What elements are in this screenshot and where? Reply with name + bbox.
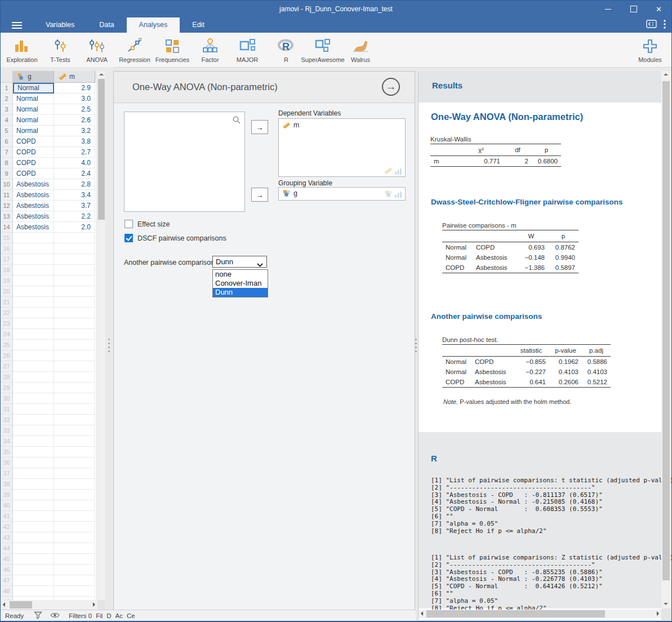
cell-m[interactable]: 4.0: [54, 158, 95, 168]
table-row[interactable]: 45: [1, 554, 96, 565]
table-row[interactable]: 48: [1, 586, 96, 597]
table-row[interactable]: 16: [1, 243, 96, 254]
splitter-handle[interactable]: [108, 339, 110, 352]
cell-g[interactable]: [13, 490, 54, 500]
cell-g[interactable]: [13, 233, 54, 243]
cell-m[interactable]: [54, 575, 95, 586]
assign-dependent-button[interactable]: →: [251, 120, 268, 134]
cell-g[interactable]: [13, 436, 54, 447]
table-row[interactable]: 6COPD3.8: [1, 136, 96, 147]
dependent-variables-box[interactable]: m: [278, 118, 406, 177]
table-row[interactable]: 4Normal2.6: [1, 115, 96, 126]
row-number[interactable]: 17: [1, 254, 13, 265]
cell-g[interactable]: [13, 308, 54, 318]
table-row[interactable]: 35: [1, 447, 96, 457]
table-row[interactable]: 42: [1, 522, 96, 532]
row-number[interactable]: 1: [1, 83, 13, 94]
results-horizontal-scrollbar[interactable]: [419, 610, 661, 618]
scroll-up-arrow[interactable]: [99, 73, 104, 75]
cell-m[interactable]: [54, 393, 95, 404]
table-row[interactable]: 40: [1, 500, 96, 511]
cell-m[interactable]: [54, 565, 95, 575]
list-item[interactable]: m: [279, 119, 405, 129]
cell-g[interactable]: [13, 468, 54, 479]
cell-g[interactable]: [13, 511, 54, 522]
table-row[interactable]: 32: [1, 415, 96, 425]
row-number[interactable]: 47: [1, 575, 13, 586]
tab-edit[interactable]: Edit: [180, 17, 217, 33]
scroll-thumb[interactable]: [662, 81, 670, 580]
cell-g[interactable]: COPD: [13, 147, 54, 158]
cell-g[interactable]: Asbestosis: [13, 190, 54, 201]
table-row[interactable]: 41: [1, 511, 96, 522]
scroll-thumb[interactable]: [98, 79, 105, 220]
cell-g[interactable]: [13, 265, 54, 276]
cell-g[interactable]: [13, 350, 54, 361]
table-row[interactable]: 7COPD2.7: [1, 147, 96, 158]
row-number[interactable]: 43: [1, 532, 13, 543]
cell-g[interactable]: [13, 372, 54, 383]
cell-g[interactable]: COPD: [13, 136, 54, 147]
row-number[interactable]: 37: [1, 468, 13, 479]
scroll-down-arrow[interactable]: [664, 603, 668, 605]
cell-m[interactable]: 3.0: [54, 94, 95, 104]
cell-g[interactable]: Asbestosis: [13, 222, 54, 233]
table-row[interactable]: 20: [1, 286, 96, 297]
table-row[interactable]: 19: [1, 276, 96, 286]
row-number[interactable]: 5: [1, 126, 13, 136]
row-number[interactable]: 13: [1, 211, 13, 222]
row-number[interactable]: 48: [1, 586, 13, 597]
table-row[interactable]: 38: [1, 479, 96, 490]
row-number[interactable]: 9: [1, 168, 13, 179]
table-row[interactable]: 13Asbestosis2.2: [1, 211, 96, 222]
cell-m[interactable]: 2.8: [54, 179, 95, 190]
cell-m[interactable]: [54, 233, 95, 243]
row-number[interactable]: 2: [1, 94, 13, 104]
table-row[interactable]: 8COPD4.0: [1, 158, 96, 168]
row-number[interactable]: 45: [1, 554, 13, 565]
cell-g[interactable]: COPD: [13, 158, 54, 168]
row-number[interactable]: 16: [1, 243, 13, 254]
table-row[interactable]: 14Asbestosis2.0: [1, 222, 96, 233]
table-row[interactable]: 23: [1, 318, 96, 329]
cell-m[interactable]: 3.8: [54, 136, 95, 147]
scroll-up-arrow[interactable]: [664, 73, 668, 75]
cell-g[interactable]: [13, 554, 54, 565]
table-row[interactable]: 24: [1, 329, 96, 340]
cell-m[interactable]: 3.7: [54, 201, 95, 211]
results-vertical-scrollbar[interactable]: [661, 71, 671, 608]
row-number[interactable]: 42: [1, 522, 13, 532]
ribbon-modules[interactable]: Modules: [629, 35, 671, 63]
dscf-checkbox[interactable]: [124, 234, 133, 242]
cell-m[interactable]: [54, 350, 95, 361]
cell-g[interactable]: Asbestosis: [13, 179, 54, 190]
cell-m[interactable]: [54, 543, 95, 554]
column-header-m[interactable]: m: [54, 71, 95, 83]
cell-g[interactable]: [13, 254, 54, 265]
row-number[interactable]: 27: [1, 361, 13, 372]
table-row[interactable]: 15: [1, 233, 96, 243]
dropdown-open-list[interactable]: noneConover-ImanDunn: [212, 269, 268, 297]
cell-g[interactable]: [13, 286, 54, 297]
row-number[interactable]: 31: [1, 404, 13, 415]
table-row[interactable]: 21: [1, 297, 96, 308]
cell-m[interactable]: 2.6: [54, 115, 95, 126]
ribbon-frequencies[interactable]: Frequencies: [151, 35, 194, 63]
table-row[interactable]: 12Asbestosis3.7: [1, 201, 96, 211]
dropdown-option[interactable]: none: [213, 270, 268, 279]
row-number[interactable]: 23: [1, 318, 13, 329]
row-number[interactable]: 32: [1, 415, 13, 425]
cell-m[interactable]: [54, 361, 95, 372]
scroll-right-arrow[interactable]: [657, 611, 659, 616]
cell-m[interactable]: [54, 286, 95, 297]
menu-button[interactable]: [1, 17, 33, 33]
table-row[interactable]: 43: [1, 532, 96, 543]
cell-g[interactable]: Normal: [13, 115, 54, 126]
tab-variables[interactable]: Variables: [33, 17, 87, 33]
cell-m[interactable]: [54, 425, 95, 436]
cell-m[interactable]: [54, 586, 95, 597]
cell-g[interactable]: COPD: [13, 168, 54, 179]
tab-analyses[interactable]: Analyses: [127, 17, 180, 33]
sheet-horizontal-scrollbar[interactable]: [1, 600, 105, 610]
row-number[interactable]: 28: [1, 372, 13, 383]
